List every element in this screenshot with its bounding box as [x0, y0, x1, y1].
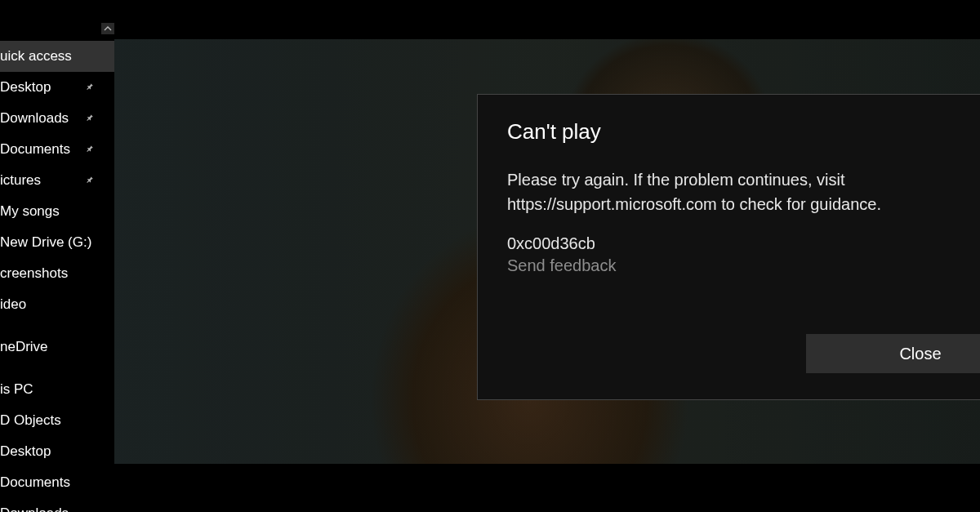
sidebar-item-label: ictures	[0, 172, 41, 189]
video-player-area: Can't play Please try again. If the prob…	[114, 0, 980, 512]
sidebar-item-label: uick access	[0, 48, 72, 65]
sidebar-item-label: Documents	[0, 474, 70, 491]
sidebar-item-label: D Objects	[0, 412, 61, 429]
sidebar-item[interactable]: creenshots	[0, 258, 114, 289]
sidebar-item-label: neDrive	[0, 339, 48, 355]
scrollbar-up-button[interactable]	[101, 23, 114, 34]
sidebar-item-label: creenshots	[0, 265, 68, 282]
sidebar-item-label: is PC	[0, 381, 33, 398]
sidebar-item[interactable]: New Drive (G:)	[0, 227, 114, 258]
sidebar-item[interactable]: D Objects	[0, 405, 114, 436]
sidebar-item[interactable]: is PC	[0, 374, 114, 405]
sidebar-item-label: Desktop	[0, 79, 51, 96]
chevron-up-icon	[104, 24, 112, 33]
sidebar-item-label: My songs	[0, 203, 60, 220]
close-button[interactable]: Close	[806, 334, 980, 373]
dialog-error-code: 0xc00d36cb	[507, 234, 980, 253]
sidebar-item[interactable]: uick access	[0, 41, 114, 72]
sidebar-item[interactable]: Downloads	[0, 103, 114, 134]
dialog-actions: Close	[806, 334, 980, 373]
dialog-title: Can't play	[507, 119, 980, 145]
sidebar-item[interactable]: ideo	[0, 289, 114, 320]
sidebar-item[interactable]: Desktop	[0, 72, 114, 103]
sidebar-item[interactable]: Downloads	[0, 498, 114, 512]
sidebar-item-label: Documents	[0, 141, 70, 158]
pin-icon	[82, 176, 96, 186]
sidebar-item-label: Desktop	[0, 443, 51, 460]
sidebar-item-label: ideo	[0, 296, 26, 313]
send-feedback-link[interactable]: Send feedback	[507, 256, 980, 275]
sidebar-item-label: Downloads	[0, 505, 69, 512]
sidebar-nav-list: uick access Desktop Downloads Documents …	[0, 41, 114, 512]
pin-icon	[82, 114, 96, 124]
pin-icon	[82, 145, 96, 155]
dialog-message: Please try again. If the problem continu…	[507, 167, 980, 216]
sidebar-item-label: New Drive (G:)	[0, 234, 91, 251]
sidebar-item[interactable]: My songs	[0, 196, 114, 227]
sidebar-item[interactable]: Desktop	[0, 436, 114, 467]
sidebar-item[interactable]: neDrive	[0, 332, 114, 363]
sidebar-item[interactable]: Documents	[0, 134, 114, 165]
error-dialog: Can't play Please try again. If the prob…	[477, 94, 980, 400]
explorer-sidebar: uick access Desktop Downloads Documents …	[0, 0, 114, 512]
sidebar-item-label: Downloads	[0, 110, 69, 127]
sidebar-item[interactable]: Documents	[0, 467, 114, 498]
sidebar-item[interactable]: ictures	[0, 165, 114, 196]
pin-icon	[82, 82, 96, 93]
